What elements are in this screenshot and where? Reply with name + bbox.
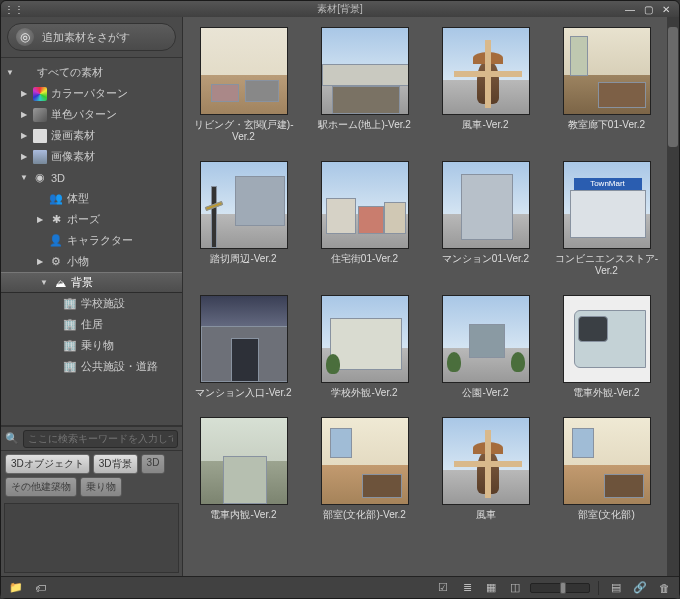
search-input[interactable] xyxy=(23,430,178,448)
material-label: マンション01-Ver.2 xyxy=(442,253,529,265)
disclosure-icon[interactable]: ▶ xyxy=(19,152,29,162)
tree-item[interactable]: ▶漫画素材 xyxy=(1,125,182,146)
tag-chip[interactable]: 乗り物 xyxy=(80,477,122,497)
checkbox-toggle[interactable]: ☑ xyxy=(434,580,452,596)
link-icon[interactable]: 🔗 xyxy=(631,580,649,596)
material-thumbnail xyxy=(563,27,651,115)
properties-icon[interactable]: ▤ xyxy=(607,580,625,596)
tree-item[interactable]: ▼すべての素材 xyxy=(1,62,182,83)
tree-node-icon: 👥 xyxy=(49,192,63,206)
disclosure-icon[interactable] xyxy=(49,320,59,330)
tree-node-label: キャラクター xyxy=(67,233,133,248)
close-button[interactable]: ✕ xyxy=(659,4,673,14)
tree-item[interactable]: 🏢住居 xyxy=(1,314,182,335)
material-item[interactable]: 駅ホーム(地上)-Ver.2 xyxy=(310,27,419,143)
material-item[interactable]: 部室(文化部)-Ver.2 xyxy=(310,417,419,521)
trash-icon[interactable]: 🗑 xyxy=(655,580,673,596)
tree-node-icon: 🏢 xyxy=(63,360,77,374)
tree-node-label: すべての素材 xyxy=(37,65,103,80)
tree-item[interactable]: ▶画像素材 xyxy=(1,146,182,167)
material-label: 教室廊下01-Ver.2 xyxy=(568,119,645,131)
material-label: 駅ホーム(地上)-Ver.2 xyxy=(318,119,411,131)
disclosure-icon[interactable]: ▼ xyxy=(5,68,15,78)
disclosure-icon[interactable] xyxy=(49,299,59,309)
scroll-thumb[interactable] xyxy=(668,27,678,147)
material-label: 部室(文化部)-Ver.2 xyxy=(323,509,406,521)
disclosure-icon[interactable] xyxy=(49,341,59,351)
material-thumbnail xyxy=(321,417,409,505)
tag-chips: 3Dオブジェクト3D背景3Dその他建築物乗り物 xyxy=(1,450,182,500)
material-label: 踏切周辺-Ver.2 xyxy=(210,253,276,265)
tag-chip[interactable]: その他建築物 xyxy=(5,477,77,497)
titlebar: ⋮⋮ 素材[背景] — ▢ ✕ xyxy=(1,1,679,17)
disclosure-icon[interactable] xyxy=(35,236,45,246)
material-item[interactable]: マンション入口-Ver.2 xyxy=(189,295,298,399)
material-label: 風車 xyxy=(476,509,496,521)
material-thumbnail xyxy=(563,417,651,505)
tag-icon[interactable]: 🏷 xyxy=(31,580,49,596)
tree-item[interactable]: ▶⚙小物 xyxy=(1,251,182,272)
tree-node-icon: 🏢 xyxy=(63,297,77,311)
tree-node-label: 背景 xyxy=(71,275,93,290)
thumbnail-grid-scroll[interactable]: リビング・玄関(戸建)-Ver.2駅ホーム(地上)-Ver.2風車-Ver.2教… xyxy=(183,17,667,576)
tree-item[interactable]: 🏢乗り物 xyxy=(1,335,182,356)
tree-node-icon xyxy=(33,129,47,143)
tree-item[interactable]: ▼⛰背景 xyxy=(1,272,182,293)
disclosure-icon[interactable]: ▼ xyxy=(19,173,29,183)
material-item[interactable]: 学校外観-Ver.2 xyxy=(310,295,419,399)
folder-icon[interactable]: 📁 xyxy=(7,580,25,596)
tree-item[interactable]: ▶カラーパターン xyxy=(1,83,182,104)
disclosure-icon[interactable]: ▶ xyxy=(19,89,29,99)
window-title: 素材[背景] xyxy=(317,2,363,16)
add-material-button[interactable]: ◎ 追加素材をさがす xyxy=(7,23,176,51)
disclosure-icon[interactable]: ▶ xyxy=(19,110,29,120)
view-large-icon[interactable]: ◫ xyxy=(506,580,524,596)
disclosure-icon[interactable] xyxy=(49,362,59,372)
view-list-icon[interactable]: ≣ xyxy=(458,580,476,596)
disclosure-icon[interactable]: ▶ xyxy=(35,215,45,225)
material-thumbnail xyxy=(442,161,530,249)
tag-chip[interactable]: 3D背景 xyxy=(93,454,138,474)
material-item[interactable]: 踏切周辺-Ver.2 xyxy=(189,161,298,277)
material-label: 住宅街01-Ver.2 xyxy=(331,253,398,265)
view-small-icon[interactable]: ▦ xyxy=(482,580,500,596)
tree-item[interactable]: 👥体型 xyxy=(1,188,182,209)
material-thumbnail: TownMart xyxy=(563,161,651,249)
tree-node-label: カラーパターン xyxy=(51,86,128,101)
search-icon: 🔍 xyxy=(5,432,19,446)
material-item[interactable]: 風車-Ver.2 xyxy=(431,27,540,143)
tree-node-label: 乗り物 xyxy=(81,338,114,353)
material-label: 風車-Ver.2 xyxy=(462,119,508,131)
tree-node-icon xyxy=(19,66,33,80)
disclosure-icon[interactable]: ▶ xyxy=(35,257,45,267)
material-thumbnail xyxy=(442,295,530,383)
disclosure-icon[interactable] xyxy=(35,194,45,204)
material-item[interactable]: 部室(文化部) xyxy=(552,417,661,521)
material-item[interactable]: 電車内観-Ver.2 xyxy=(189,417,298,521)
tree-node-icon: ◉ xyxy=(33,171,47,185)
tag-chip[interactable]: 3Dオブジェクト xyxy=(5,454,90,474)
material-item[interactable]: 電車外観-Ver.2 xyxy=(552,295,661,399)
tree-item[interactable]: ▶✱ポーズ xyxy=(1,209,182,230)
material-item[interactable]: 公園-Ver.2 xyxy=(431,295,540,399)
material-item[interactable]: リビング・玄関(戸建)-Ver.2 xyxy=(189,27,298,143)
tree-item[interactable]: 🏢学校施設 xyxy=(1,293,182,314)
disclosure-icon[interactable]: ▼ xyxy=(39,278,49,288)
tree-item[interactable]: ▼◉3D xyxy=(1,167,182,188)
thumbnail-size-slider[interactable] xyxy=(530,583,590,593)
tree-item[interactable]: 👤キャラクター xyxy=(1,230,182,251)
material-thumbnail xyxy=(442,27,530,115)
thumbnail-grid: リビング・玄関(戸建)-Ver.2駅ホーム(地上)-Ver.2風車-Ver.2教… xyxy=(189,27,661,521)
material-item[interactable]: 教室廊下01-Ver.2 xyxy=(552,27,661,143)
disclosure-icon[interactable]: ▶ xyxy=(19,131,29,141)
tag-chip[interactable]: 3D xyxy=(141,454,166,474)
maximize-button[interactable]: ▢ xyxy=(641,4,655,14)
material-item[interactable]: 住宅街01-Ver.2 xyxy=(310,161,419,277)
tree-item[interactable]: 🏢公共施設・道路 xyxy=(1,356,182,377)
material-item[interactable]: 風車 xyxy=(431,417,540,521)
material-item[interactable]: マンション01-Ver.2 xyxy=(431,161,540,277)
material-item[interactable]: TownMartコンビニエンスストア-Ver.2 xyxy=(552,161,661,277)
vertical-scrollbar[interactable] xyxy=(667,17,679,576)
minimize-button[interactable]: — xyxy=(623,4,637,14)
tree-item[interactable]: ▶単色パターン xyxy=(1,104,182,125)
